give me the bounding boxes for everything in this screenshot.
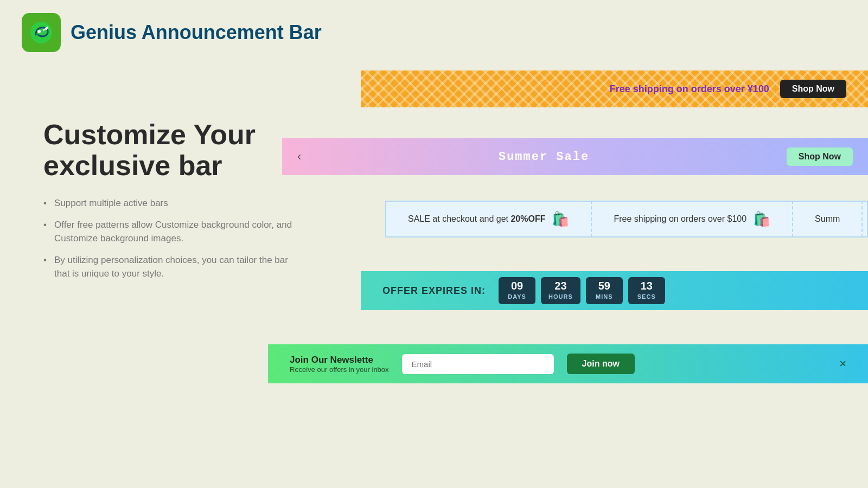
newsletter-bar: Join Our Newslette Receive our offers in… (268, 344, 868, 383)
newsletter-close-icon[interactable]: × (839, 357, 846, 371)
main-heading: Customize Your exclusive bar (43, 119, 304, 181)
ticker-segment-2: Free shipping on orders over $100 🛍️ (592, 201, 793, 237)
bar1-text: Free shipping on orders over ¥100 (610, 84, 769, 95)
ticker-segment-1: SALE at checkout and get 20%OFF 🛍️ (386, 201, 592, 237)
app-logo (22, 13, 61, 52)
app-title: Genius Announcement Bar (71, 21, 322, 44)
countdown-secs-unit: SECS (637, 293, 656, 300)
countdown-blocks: 09 DAYS 23 HOURS 59 MINS 13 SECS (499, 277, 665, 304)
ticker-inner: SALE at checkout and get 20%OFF 🛍️ Free … (386, 201, 863, 237)
ticker-segment-3: Summ (793, 201, 863, 237)
header: Genius Announcement Bar (0, 0, 868, 65)
left-content-section: Customize Your exclusive bar Support mul… (43, 119, 304, 281)
countdown-mins-unit: MINS (596, 293, 613, 300)
feature-item-3: By utilizing personalization choices, yo… (43, 253, 304, 281)
ticker-text-1: SALE at checkout and get 20%OFF (408, 214, 545, 224)
ticker-emoji-1: 🛍️ (552, 211, 569, 228)
countdown-days-unit: DAYS (508, 293, 526, 300)
countdown-mins: 59 MINS (586, 277, 623, 304)
ticker-bar: SALE at checkout and get 20%OFF 🛍️ Free … (385, 201, 868, 237)
countdown-hours: 23 HOURS (541, 277, 580, 304)
svg-point-1 (37, 30, 41, 33)
bar2-shop-button[interactable]: Shop Now (787, 147, 853, 166)
countdown-secs-value: 13 (636, 280, 658, 291)
countdown-hours-value: 23 (548, 280, 573, 291)
shipping-announcement-bar: Free shipping on orders over ¥100 Shop N… (361, 70, 868, 107)
newsletter-email-input[interactable] (402, 354, 554, 374)
newsletter-subtitle: Receive our offers in your inbox (290, 365, 389, 374)
countdown-label: OFFER EXPIRES IN: (382, 285, 486, 297)
feature-list: Support multiple active bars Offer free … (43, 196, 304, 281)
countdown-days-value: 09 (506, 280, 528, 291)
bar2-prev-arrow[interactable]: ‹ (297, 150, 301, 164)
bar1-shop-button[interactable]: Shop Now (780, 80, 846, 98)
countdown-days: 09 DAYS (499, 277, 535, 304)
ticker-text-3: Summ (815, 214, 840, 224)
newsletter-join-button[interactable]: Join now (567, 354, 635, 374)
countdown-mins-value: 59 (593, 280, 615, 291)
ticker-emoji-2: 🛍️ (753, 211, 770, 228)
ticker-text-2: Free shipping on orders over $100 (614, 214, 746, 224)
bar2-text: Summer Sale (310, 150, 777, 164)
countdown-secs: 13 SECS (628, 277, 665, 304)
svg-point-0 (30, 22, 52, 43)
summer-sale-bar: ‹ Summer Sale Shop Now (282, 138, 868, 175)
countdown-bar: OFFER EXPIRES IN: 09 DAYS 23 HOURS 59 MI… (361, 271, 868, 310)
countdown-hours-unit: HOURS (548, 293, 573, 300)
feature-item-2: Offer free patterns allow Customize back… (43, 218, 304, 246)
feature-item-1: Support multiple active bars (43, 196, 304, 210)
newsletter-title: Join Our Newslette (290, 355, 389, 365)
newsletter-text-block: Join Our Newslette Receive our offers in… (290, 355, 389, 374)
